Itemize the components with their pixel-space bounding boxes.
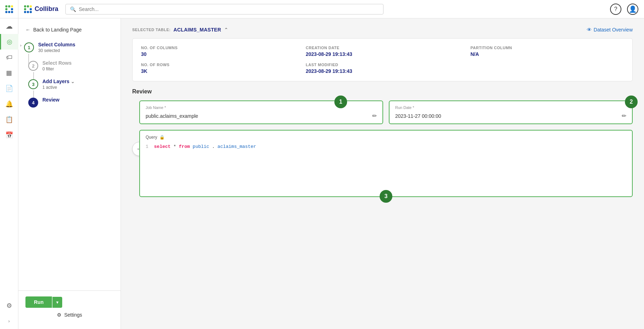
run-button[interactable]: Run — [25, 296, 52, 308]
search-box[interactable]: 🔍 — [65, 4, 384, 15]
run-dropdown-button[interactable]: ▾ — [52, 297, 62, 308]
step-4-content: Review — [42, 97, 59, 103]
selected-table-label: SELECTED TABLE: — [132, 28, 171, 32]
query-table: aclaims_master — [217, 144, 256, 149]
job-name-text: public.aclaims_example — [146, 113, 198, 119]
help-icon[interactable]: ? — [610, 4, 621, 15]
job-name-edit-icon[interactable]: ✏ — [372, 112, 377, 119]
step-1-number: 1 — [24, 42, 34, 52]
query-label: Query — [146, 135, 157, 140]
info-rows: NO. OF ROWS 3K — [141, 63, 294, 74]
step-3[interactable]: 3 Add Layers ⌄ 1 active — [18, 75, 121, 93]
nav-expand-icon[interactable]: › — [0, 313, 18, 329]
settings-gear-icon: ⚙ — [57, 312, 62, 318]
nav-dashboard-icon[interactable]: ◎ — [0, 34, 18, 50]
step-3-sub: 1 active — [42, 85, 75, 90]
step-4[interactable]: 4 Review — [18, 93, 121, 111]
logo-container — [0, 0, 18, 18]
run-date-edit-icon[interactable]: ✏ — [622, 112, 626, 119]
info-creation-date-label: CREATION DATE — [306, 46, 459, 50]
sidebar-footer: Run ▾ ⚙ Settings — [18, 290, 121, 323]
step-4-label: Review — [42, 97, 59, 103]
step-1-collapse-arrow[interactable]: › — [20, 43, 22, 47]
table-header-bar: SELECTED TABLE: ACLAIMS_MASTER ⌃ 👁 Datas… — [132, 27, 633, 33]
search-input[interactable] — [79, 6, 379, 12]
main-container: Collibra 🔍 ? 👤 ← Back to Landing Page › … — [18, 0, 644, 329]
review-title: Review — [132, 88, 633, 95]
query-box: 3 Query 🔒 1 select * from public — [139, 130, 633, 197]
query-select-keyword: select — [154, 144, 171, 149]
table-chevron-icon[interactable]: ⌃ — [224, 27, 228, 33]
info-columns-value: 30 — [141, 51, 294, 57]
info-partition: PARTITION COLUMN N/A — [470, 46, 624, 57]
step-4-number: 4 — [28, 98, 38, 108]
nav-bell-icon[interactable]: 🔔 — [0, 96, 18, 112]
info-partition-label: PARTITION COLUMN — [470, 46, 624, 50]
info-last-modified: LAST MODIFIED 2023-08-29 19:13:43 — [306, 63, 459, 74]
lock-icon: 🔒 — [159, 135, 165, 140]
step-3-content: Add Layers ⌄ 1 active — [42, 79, 75, 90]
nav-tag-icon[interactable]: 🏷 — [0, 50, 18, 65]
query-from-keyword: from — [179, 144, 190, 149]
content-area: ← Back to Landing Page › 1 Select Column… — [18, 18, 644, 329]
topbar: Collibra 🔍 ? 👤 — [18, 0, 644, 18]
info-last-modified-label: LAST MODIFIED — [306, 63, 459, 67]
nav-calendar-icon[interactable]: 📅 — [0, 127, 18, 143]
nav-clipboard-icon[interactable]: 📋 — [0, 112, 18, 127]
info-last-modified-value: 2023-08-29 19:13:43 — [306, 68, 459, 74]
info-creation-date-value: 2023-08-29 19:13:43 — [306, 51, 459, 57]
info-partition-value: N/A — [470, 51, 624, 57]
run-date-value: 2023-11-27 00:00:00 ✏ — [395, 112, 626, 119]
dataset-overview-label: Dataset Overview — [594, 27, 633, 33]
back-arrow-icon: ← — [25, 27, 30, 33]
app-logo[interactable] — [5, 5, 13, 13]
settings-link[interactable]: ⚙ Settings — [25, 312, 113, 318]
query-header: Query 🔒 — [140, 131, 632, 140]
step-1-label: Select Columns — [38, 42, 75, 47]
back-to-landing-link[interactable]: ← Back to Landing Page — [18, 24, 121, 38]
step-2-label: Select Rows — [42, 60, 71, 66]
user-icon[interactable]: 👤 — [627, 4, 638, 15]
info-columns-label: NO. OF COLUMNS — [141, 46, 294, 50]
app-name: Collibra — [35, 5, 58, 13]
nav-doc-icon[interactable]: 📄 — [0, 81, 18, 96]
step-1-sub: 30 selected — [38, 48, 75, 53]
review-wrapper: Review ← 1 Job Name * public.aclaims_exa… — [132, 88, 633, 197]
left-nav: ☁ ◎ 🏷 ▦ 📄 🔔 📋 📅 ⚙ › — [0, 0, 18, 329]
nav-settings-icon[interactable]: ⚙ — [0, 298, 18, 313]
run-date-text: 2023-11-27 00:00:00 — [395, 113, 441, 119]
job-name-field: 1 Job Name * public.aclaims_example ✏ — [139, 100, 383, 124]
info-rows-value: 3K — [141, 68, 294, 74]
badge-1: 1 — [334, 96, 347, 108]
step-3-expand[interactable]: Add Layers ⌄ — [42, 79, 75, 84]
query-schema: public — [193, 144, 209, 149]
step-1-content: Select Columns 30 selected — [38, 42, 75, 53]
info-creation-date: CREATION DATE 2023-08-29 19:13:43 — [306, 46, 459, 57]
query-content: 1 select * from public . aclaims_master — [140, 140, 632, 196]
review-content-area: ← 1 Job Name * public.aclaims_example ✏ — [139, 100, 633, 197]
eye-icon: 👁 — [587, 27, 592, 33]
search-icon: 🔍 — [70, 6, 76, 12]
nav-home-icon[interactable]: ☁ — [0, 18, 18, 34]
query-dot: . — [212, 144, 215, 149]
review-fields: 1 Job Name * public.aclaims_example ✏ 2 … — [139, 100, 633, 124]
info-rows-label: NO. OF ROWS — [141, 63, 294, 67]
step-3-expand-icon[interactable]: ⌄ — [71, 79, 75, 84]
step-2-sub: 0 filter — [42, 67, 71, 71]
job-name-value: public.aclaims_example ✏ — [146, 112, 377, 119]
run-button-group: Run ▾ — [25, 296, 113, 308]
step-2-content: Select Rows 0 filter — [42, 60, 71, 71]
settings-label: Settings — [64, 312, 82, 318]
topbar-logo: Collibra — [24, 5, 58, 13]
run-date-label: Run Date * — [395, 105, 626, 110]
dataset-overview-link[interactable]: 👁 Dataset Overview — [587, 27, 633, 33]
query-text: select * from public . aclaims_master — [154, 144, 256, 149]
step-2[interactable]: 2 Select Rows 0 filter — [18, 57, 121, 75]
info-empty — [470, 63, 624, 74]
step-3-label: Add Layers — [42, 79, 69, 84]
step-2-number: 2 — [28, 61, 38, 71]
step-1[interactable]: › 1 Select Columns 30 selected — [18, 38, 121, 57]
line-number: 1 — [146, 144, 148, 149]
info-columns: NO. OF COLUMNS 30 — [141, 46, 294, 57]
nav-grid-icon[interactable]: ▦ — [0, 65, 18, 81]
